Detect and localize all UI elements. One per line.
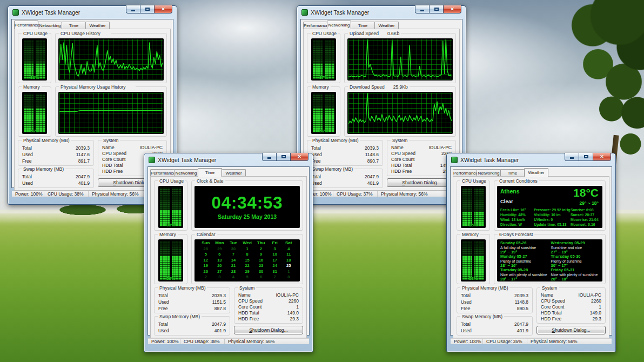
shutdown-dialog-button[interactable]: Shutdown Dialog... (234, 326, 303, 334)
shutdown-dialog-button[interactable]: Shutdown Dialog... (387, 178, 456, 187)
system-group: System NameIOULIA-PCCPU Speed2260Core Co… (536, 287, 606, 324)
window-titlebar[interactable]: XWidget Task Manager ✕ (147, 153, 310, 166)
kv-row: Total2039.3 (310, 145, 380, 151)
xwidget-app-icon (451, 157, 458, 163)
xwidget-app-icon (12, 9, 19, 16)
minimize-button[interactable] (126, 5, 140, 14)
forecast-entry: Sunday 05-26A full day of sunshine29° ~ … (500, 241, 549, 254)
forecast-entry: Friday 05-31Nice with plenty of sunshine… (551, 268, 600, 281)
calendar-day: 10 (268, 252, 282, 258)
tab-performance[interactable]: Performance (453, 169, 477, 177)
group-title: Memory (460, 232, 480, 237)
detail-line: Moonset: 6:16 (571, 222, 599, 227)
forecast-entry: Thursday 05-30Plenty of sunshine30° ~ 17… (551, 254, 600, 268)
close-button[interactable]: ✕ (443, 5, 461, 14)
minimize-icon (267, 157, 271, 159)
calendar-day: 29 (213, 246, 227, 252)
kv-row: HDD Free29.3 (237, 316, 300, 322)
upload-speed-value: 0.6Kb (387, 31, 399, 36)
minimize-button[interactable] (415, 5, 429, 14)
caption-buttons: ✕ (415, 5, 461, 14)
cpu-usage-group: CPU Usage 37% (307, 33, 340, 83)
calendar-day: 17 (268, 258, 282, 264)
shutdown-dialog-button[interactable]: Shutdown Dialog... (536, 326, 606, 334)
group-title: CPU Usage (311, 31, 338, 36)
close-icon: ✕ (450, 7, 454, 12)
calendar-weekday: Wed (240, 240, 254, 246)
kv-row: HDD Total149.0 (390, 163, 453, 169)
tab-weather[interactable]: Weather (85, 22, 110, 29)
tab-performance[interactable]: Performance (150, 169, 175, 177)
taskmanager-window-networking[interactable]: XWidget Task Manager ✕ Performance Netwo… (297, 5, 466, 205)
window-title: XWidget Task Manager (158, 157, 216, 163)
system-group: System NameIOULIA-PCCPU Speed2260Core Co… (234, 287, 303, 324)
maximize-button[interactable] (276, 153, 290, 161)
forecast-entry: Monday 05-27Plenty of sunshine28° ~ 16° (500, 254, 549, 268)
kv-row: HDD Total149.0 (539, 310, 603, 316)
kv-row: Total2047.9 (459, 321, 530, 327)
memory-percent: 56% (158, 276, 183, 281)
tab-performance[interactable]: Performance (303, 22, 327, 29)
window-client-area: Performance Networking Time Weather CPU … (300, 19, 462, 188)
close-button[interactable]: ✕ (290, 153, 308, 161)
kv-row: Used401.9 (21, 180, 91, 186)
taskmanager-window-time[interactable]: XWidget Task Manager ✕ Performance Netwo… (144, 153, 313, 352)
calendar-day: 31 (268, 269, 282, 275)
calendar-day: 27 (213, 269, 227, 275)
kv-row: Used1148.8 (459, 299, 530, 305)
kv-row: Free891.7 (21, 158, 91, 164)
tab-time[interactable]: Time (62, 22, 86, 29)
memory-history-graph (58, 92, 164, 134)
memory-gauge: 56% (461, 239, 486, 281)
swap-memory-group: Swap Memory (MB) Total2047.9Used401.9 (154, 316, 230, 336)
calendar-day: 8 (240, 252, 254, 258)
minimize-button[interactable] (565, 153, 579, 161)
calendar-day: 9 (254, 252, 268, 258)
close-button[interactable]: ✕ (593, 153, 611, 161)
physical-memory-group: Physical Memory (MB) Total2039.3Used1151… (154, 287, 230, 313)
detail-line: UVIndex: 0 (534, 217, 571, 222)
minimize-button[interactable] (262, 153, 276, 161)
calendar-day: 7 (268, 274, 282, 280)
status-cpu: CPU Usage: 38% (44, 191, 89, 197)
calendar-day: 2 (199, 274, 213, 280)
window-titlebar[interactable]: XWidget Task Manager ✕ (450, 153, 612, 166)
taskmanager-window-weather[interactable]: XWidget Task Manager ✕ Performance Netwo… (446, 153, 616, 352)
group-title: Swap Memory (MB) (460, 314, 504, 319)
xwidget-app-icon (149, 157, 155, 163)
calendar-day: 23 (254, 263, 268, 269)
close-button[interactable]: ✕ (154, 5, 172, 14)
calendar-weekday: Mon (213, 240, 227, 246)
tab-networking[interactable]: Networking (477, 169, 501, 177)
maximize-button[interactable] (429, 5, 443, 14)
close-icon: ✕ (600, 155, 604, 159)
tab-weather[interactable]: Weather (374, 22, 399, 29)
cpu-usage-group: CPU Usage 38% (154, 180, 187, 231)
tab-time[interactable]: Time (198, 168, 222, 177)
detail-line: Visibility: 10 im (534, 212, 571, 217)
group-title: Physical Memory Usage History (61, 84, 125, 90)
window-titlebar[interactable]: XWidget Task Manager ✕ (11, 6, 173, 19)
kv-row: NameIOULIA-PC (237, 292, 300, 298)
calendar-day: 5 (240, 274, 254, 280)
calendar-day: 29 (240, 269, 254, 275)
group-title: Physical Memory (MB) (460, 285, 509, 291)
tab-networking[interactable]: Networking (38, 22, 62, 29)
tab-time[interactable]: Time (500, 169, 525, 177)
group-title: Swap Memory (MB) (22, 166, 65, 172)
tab-weather[interactable]: Weather (524, 168, 548, 177)
cpu-usage-gauge: 38% (22, 38, 47, 81)
physical-memory-group: Physical Memory (MB) Total2039.3Used1148… (307, 140, 383, 166)
maximize-button[interactable] (579, 153, 593, 161)
tab-networking[interactable]: Networking (174, 169, 198, 177)
close-icon: ✕ (161, 7, 165, 12)
kv-row: Total2047.9 (21, 173, 91, 180)
caption-buttons: ✕ (126, 5, 172, 14)
tab-performance[interactable]: Performance (14, 21, 38, 29)
download-speed-group: Download Speed25.9Kb (344, 86, 456, 137)
maximize-button[interactable] (140, 5, 154, 14)
tab-time[interactable]: Time (351, 22, 375, 29)
tab-weather[interactable]: Weather (222, 169, 246, 177)
window-titlebar[interactable]: XWidget Task Manager ✕ (300, 6, 462, 19)
tab-networking[interactable]: Networking (327, 21, 351, 29)
